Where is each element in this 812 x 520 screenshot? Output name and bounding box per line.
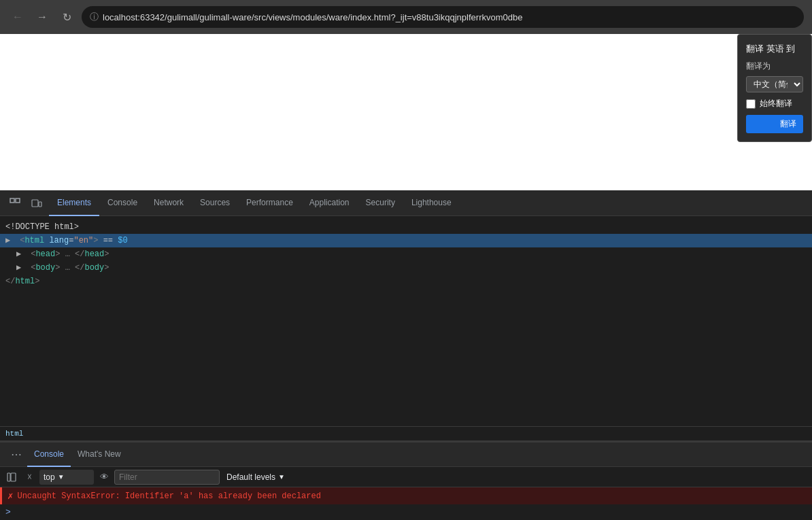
browser-toolbar: ← → ↻ ⓘ xyxy=(0,0,812,34)
expand-icon[interactable]: ▶ xyxy=(5,235,14,247)
info-icon: ⓘ xyxy=(90,11,99,23)
prompt-symbol: > xyxy=(5,507,11,517)
console-toolbar: ☓ top ▼ 👁 Default levels ▼ xyxy=(0,467,812,487)
tab-console-bottom[interactable]: Console xyxy=(27,443,71,467)
tab-performance[interactable]: Performance xyxy=(238,190,301,216)
always-translate-label: 始终翻译 xyxy=(760,98,792,109)
console-tabs: ⋯ Console What's New xyxy=(0,443,812,467)
language-select[interactable]: 中文（简体 xyxy=(746,76,803,92)
error-icon: ✗ xyxy=(7,490,13,502)
devtools-tabs: Elements Console Network Sources Perform… xyxy=(49,190,460,216)
default-levels-label: Default levels xyxy=(226,472,275,482)
eye-button[interactable]: 👁 xyxy=(97,470,112,485)
breadcrumb-bar: html xyxy=(0,426,812,441)
page-content: 翻译 英语 到 翻译为 中文（简体 始终翻译 翻译 xyxy=(0,34,812,190)
translate-button[interactable]: 翻译 xyxy=(746,115,803,133)
svg-rect-5 xyxy=(11,473,16,481)
default-levels-button[interactable]: Default levels ▼ xyxy=(222,472,289,482)
html-line-head[interactable]: ▶ <head> … </head> xyxy=(0,247,812,261)
expand-body-icon[interactable]: ▶ xyxy=(16,262,24,274)
html-line-doctype: <!DOCTYPE html> xyxy=(0,220,812,234)
tab-elements[interactable]: Elements xyxy=(49,190,99,216)
tab-network[interactable]: Network xyxy=(146,190,192,216)
tab-security[interactable]: Security xyxy=(358,190,403,216)
tab-sources[interactable]: Sources xyxy=(192,190,238,216)
translate-title: 翻译 英语 到 xyxy=(746,43,803,55)
tab-lighthouse[interactable]: Lighthouse xyxy=(403,190,460,216)
inspect-element-button[interactable] xyxy=(5,195,24,211)
html-line-html-close: </html> xyxy=(0,275,812,288)
html-line-html[interactable]: ▶ <html lang="en"> == $0 xyxy=(0,234,812,247)
forward-button[interactable]: → xyxy=(33,7,52,27)
svg-rect-3 xyxy=(39,202,41,207)
svg-rect-0 xyxy=(10,198,14,203)
error-row[interactable]: ✗ Uncaught SyntaxError: Identifier 'a' h… xyxy=(0,487,812,504)
context-value: top xyxy=(44,472,55,482)
device-toggle-button[interactable] xyxy=(27,195,46,211)
translate-popup: 翻译 英语 到 翻译为 中文（简体 始终翻译 翻译 xyxy=(737,34,812,142)
context-dropdown-icon: ▼ xyxy=(58,473,65,481)
expand-head-icon[interactable]: ▶ xyxy=(16,248,24,260)
svg-rect-1 xyxy=(16,198,20,203)
console-area: ⋯ Console What's New ☓ top ▼ 👁 xyxy=(0,441,812,520)
clear-console-button[interactable]: ☓ xyxy=(22,470,37,485)
svg-rect-4 xyxy=(7,473,10,481)
elements-panel: <!DOCTYPE html> ▶ <html lang="en"> == $0… xyxy=(0,216,812,426)
devtools-panel: Elements Console Network Sources Perform… xyxy=(0,190,812,520)
sidebar-toggle-button[interactable] xyxy=(4,470,19,485)
always-translate-row: 始终翻译 xyxy=(746,98,803,109)
levels-dropdown-icon: ▼ xyxy=(278,473,285,481)
svg-rect-2 xyxy=(32,200,38,207)
devtools-toolbar: Elements Console Network Sources Perform… xyxy=(0,190,812,216)
back-button[interactable]: ← xyxy=(8,7,27,27)
tab-console[interactable]: Console xyxy=(99,190,146,216)
always-translate-checkbox[interactable] xyxy=(746,99,756,109)
html-line-body[interactable]: ▶ <body> … </body> xyxy=(0,261,812,275)
reload-button[interactable]: ↻ xyxy=(57,7,76,27)
tab-application[interactable]: Application xyxy=(301,190,358,216)
error-message: Uncaught SyntaxError: Identifier 'a' has… xyxy=(17,491,807,501)
console-messages: ✗ Uncaught SyntaxError: Identifier 'a' h… xyxy=(0,487,812,520)
breadcrumb-html[interactable]: html xyxy=(5,430,23,438)
context-selector[interactable]: top ▼ xyxy=(39,470,94,485)
address-bar: ⓘ xyxy=(82,6,804,28)
more-tabs-button[interactable]: ⋯ xyxy=(5,448,27,461)
translate-for-label: 翻译为 xyxy=(746,60,803,72)
tab-whats-new[interactable]: What's New xyxy=(71,443,128,467)
console-prompt-row[interactable]: > xyxy=(0,504,812,520)
url-input[interactable] xyxy=(103,12,796,22)
filter-input[interactable] xyxy=(114,470,220,485)
